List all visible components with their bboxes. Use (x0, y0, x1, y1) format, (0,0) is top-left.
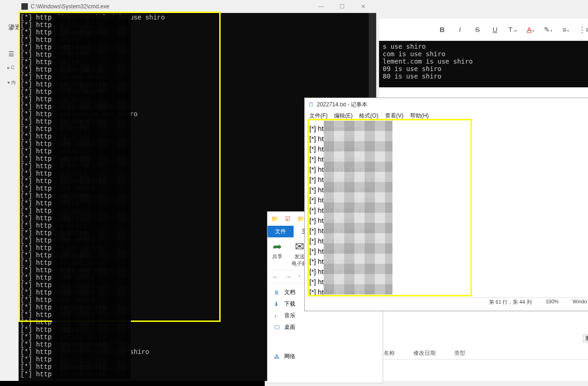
highlight-button[interactable]: ✎▾ (543, 26, 553, 34)
strike-button[interactable]: S (473, 26, 482, 33)
check-icon[interactable]: ☑ (283, 215, 292, 223)
folder-icon[interactable]: 📁 (270, 215, 279, 223)
censor-block (52, 15, 131, 379)
desktop-icon: 🖵 (274, 324, 281, 331)
tab-file[interactable]: 文件 (268, 226, 294, 237)
status-position: 第 61 行，第 44 列 (489, 299, 532, 306)
status-zoom: 100% (546, 299, 559, 306)
taskbar-fragment (0, 381, 265, 386)
notepad-icon: 🗒 (308, 101, 314, 108)
tree-arrows: ▸ C ▾ 内 (7, 65, 16, 95)
menu-file[interactable]: 文件(F) (309, 112, 327, 120)
underline-button[interactable]: U (490, 26, 500, 33)
notepad-statusbar: 第 61 行，第 44 列 100% Windo (305, 297, 588, 307)
sidebar-item-network[interactable]: 🖧 网络 (274, 351, 376, 362)
folder2-icon[interactable]: 📁 (296, 215, 305, 223)
cmd-icon (21, 3, 28, 10)
network-icon: 🖧 (274, 353, 281, 360)
nav-back-button[interactable]: ← (272, 273, 279, 281)
close-button[interactable]: ✕ (353, 0, 373, 13)
sidebar-item-blank (274, 347, 376, 351)
italic-button[interactable]: I (455, 26, 464, 33)
menu-edit[interactable]: 编辑(E) (334, 112, 353, 120)
resend-button[interactable]: 重 (583, 334, 588, 342)
download-icon: ⬇ (274, 301, 281, 307)
censor-block (324, 121, 392, 294)
cmd-titlebar[interactable]: C:\Windows\System32\cmd.exe — ☐ ✕ (19, 0, 376, 13)
font-color-button[interactable]: A▾ (526, 26, 535, 33)
list-button[interactable]: ⋮≡ (579, 26, 588, 34)
share-icon: ➦ (272, 240, 282, 253)
menu-view[interactable]: 查看(V) (385, 112, 404, 120)
document-icon: 🗎 (274, 289, 281, 296)
nav-history-button[interactable]: ˅ (298, 275, 301, 280)
cmd-title: C:\Windows\System32\cmd.exe (31, 3, 109, 10)
sidebar-item-desktop[interactable]: 🖵 桌面 (274, 321, 376, 333)
clear-format-button[interactable]: T×▾ (508, 26, 517, 33)
music-icon: ♪ (274, 313, 281, 319)
status-encoding: Windo (573, 299, 587, 306)
menu-help[interactable]: 帮助(H) (410, 112, 429, 120)
editor-code-block: s use shiro com is use shiro lement.com … (379, 41, 588, 87)
nav-forward-button[interactable]: → (285, 273, 292, 281)
editor-toolbar: B I S U T×▾ A▾ ✎▾ ≡▾ ⋮≡ (379, 19, 588, 41)
share-button[interactable]: ➦ 共享 (272, 240, 282, 267)
minimize-button[interactable]: — (311, 0, 332, 13)
maximize-button[interactable]: ☐ (332, 0, 353, 13)
align-button[interactable]: ≡▾ (561, 26, 570, 33)
bold-button[interactable]: B (438, 26, 447, 33)
menu-format[interactable]: 格式(O) (359, 112, 378, 120)
sidebar-item-music[interactable]: ♪ 音乐 (274, 310, 376, 321)
editor-columns: 名称 修改日期 类型 (379, 347, 588, 360)
notepad-titlebar[interactable]: 🗒 2022714.txt - 记事本 (305, 98, 588, 111)
